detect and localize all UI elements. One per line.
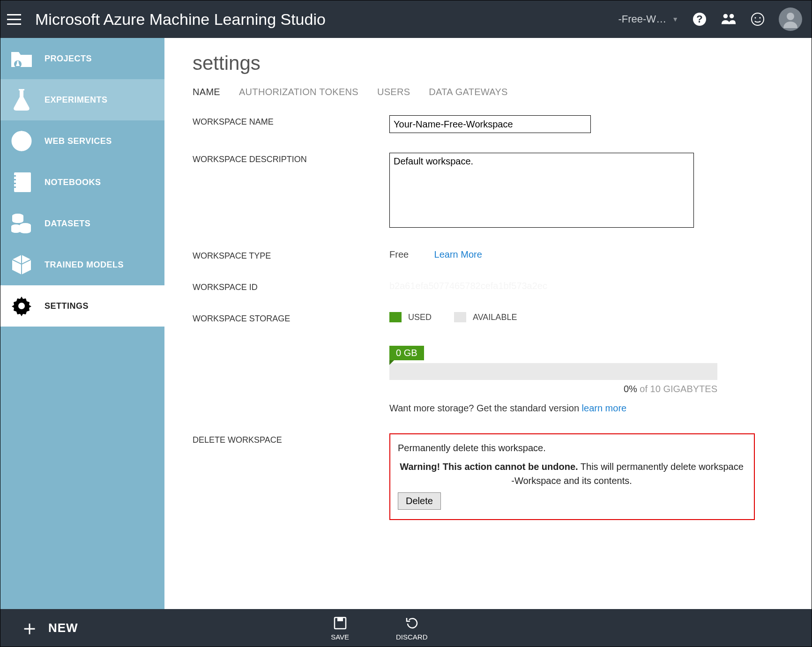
- chevron-down-icon: ▼: [672, 15, 678, 23]
- svg-point-3: [730, 14, 734, 18]
- new-button-label: NEW: [48, 621, 78, 635]
- page-title: settings: [193, 52, 783, 74]
- help-icon[interactable]: ?: [692, 11, 708, 27]
- tab-authorization-tokens[interactable]: AUTHORIZATION TOKENS: [239, 87, 358, 97]
- folder-icon: [10, 47, 33, 70]
- storage-bar: [389, 363, 717, 380]
- sidebar-item-label: SETTINGS: [45, 301, 89, 311]
- legend-used-label: USED: [408, 312, 432, 322]
- workspace-id-value: b2a61efa5077465782cefa1bf573a2ec: [389, 281, 547, 291]
- discard-button[interactable]: DISCARD: [396, 615, 428, 641]
- sidebar-item-experiments[interactable]: EXPERIMENTS: [0, 79, 164, 120]
- workspace-id-label: WORKSPACE ID: [193, 281, 389, 292]
- save-icon: [333, 615, 347, 631]
- svg-point-22: [18, 303, 25, 309]
- sidebar-item-datasets[interactable]: DATASETS: [0, 203, 164, 244]
- sidebar-item-trained-models[interactable]: TRAINED MODELS: [0, 244, 164, 285]
- delete-warning: Warning! This action cannot be undone. T…: [398, 460, 745, 488]
- tabs: NAME AUTHORIZATION TOKENS USERS DATA GAT…: [193, 87, 783, 97]
- svg-rect-15: [11, 175, 16, 177]
- sidebar-item-label: DATASETS: [45, 219, 90, 229]
- feedback-smile-icon[interactable]: [750, 11, 766, 27]
- svg-point-7: [787, 13, 794, 20]
- workspace-dropdown[interactable]: -Free-W… ▼: [618, 13, 678, 25]
- flask-icon: [10, 88, 33, 112]
- new-button[interactable]: ＋ NEW: [19, 617, 78, 638]
- svg-point-2: [723, 14, 728, 18]
- svg-rect-17: [11, 183, 16, 184]
- sidebar-item-label: NOTEBOOKS: [45, 178, 101, 187]
- sidebar-item-notebooks[interactable]: NOTEBOOKS: [0, 162, 164, 203]
- legend-available-label: AVAILABLE: [473, 312, 517, 322]
- svg-rect-16: [11, 179, 16, 180]
- svg-point-4: [752, 13, 764, 25]
- workspace-description-label: WORKSPACE DESCRIPTION: [193, 153, 389, 230]
- storage-used-badge: 0 GB: [389, 346, 424, 360]
- gear-icon: [10, 294, 33, 318]
- legend-used-swatch: [389, 312, 402, 322]
- storage-percent-text: 0% of 10 GIGABYTES: [389, 384, 717, 394]
- notebook-icon: [10, 171, 33, 194]
- sidebar-item-label: PROJECTS: [45, 54, 92, 64]
- svg-rect-18: [11, 186, 16, 188]
- workspace-storage-label: WORKSPACE STORAGE: [193, 312, 389, 414]
- tab-data-gateways[interactable]: DATA GATEWAYS: [429, 87, 507, 97]
- svg-rect-14: [14, 172, 31, 192]
- sidebar-item-label: TRAINED MODELS: [45, 260, 124, 270]
- delete-workspace-label: DELETE WORKSPACE: [193, 433, 389, 520]
- save-button[interactable]: SAVE: [331, 615, 349, 641]
- discard-icon: [405, 615, 419, 631]
- storage-upsell-text: Want more storage? Get the standard vers…: [389, 403, 783, 414]
- tab-users[interactable]: USERS: [377, 87, 410, 97]
- svg-point-6: [760, 17, 761, 19]
- sidebar: PROJECTS EXPERIMENTS WEB SERVICES NOTEBO…: [0, 38, 164, 609]
- workspace-name-input[interactable]: [389, 115, 591, 133]
- workspace-dropdown-label: -Free-W…: [618, 13, 666, 25]
- workspace-name-label: WORKSPACE NAME: [193, 115, 389, 133]
- sidebar-item-label: EXPERIMENTS: [45, 95, 108, 105]
- workspace-type-label: WORKSPACE TYPE: [193, 249, 389, 261]
- topbar: Microsoft Azure Machine Learning Studio …: [0, 0, 812, 38]
- database-icon: [10, 212, 33, 235]
- main-content: settings NAME AUTHORIZATION TOKENS USERS…: [164, 38, 812, 609]
- hamburger-menu-icon[interactable]: [7, 10, 26, 29]
- cube-icon: [10, 253, 33, 276]
- delete-desc: Permanently delete this workspace.: [398, 441, 745, 455]
- svg-rect-24: [337, 617, 343, 621]
- tab-name[interactable]: NAME: [193, 87, 220, 97]
- legend-available-swatch: [454, 312, 466, 322]
- svg-text:?: ?: [696, 13, 702, 25]
- sidebar-item-settings[interactable]: SETTINGS: [0, 285, 164, 327]
- svg-rect-25: [337, 624, 343, 629]
- avatar[interactable]: [779, 7, 802, 31]
- sidebar-item-web-services[interactable]: WEB SERVICES: [0, 120, 164, 162]
- save-button-label: SAVE: [331, 633, 349, 641]
- users-icon[interactable]: [721, 11, 737, 27]
- plus-icon: ＋: [19, 617, 40, 638]
- storage-learn-more-link[interactable]: learn more: [582, 403, 627, 413]
- svg-point-5: [755, 17, 756, 19]
- sidebar-item-projects[interactable]: PROJECTS: [0, 38, 164, 79]
- app-title: Microsoft Azure Machine Learning Studio: [35, 10, 326, 29]
- workspace-description-input[interactable]: [389, 153, 694, 228]
- delete-button[interactable]: Delete: [398, 492, 441, 510]
- globe-icon: [10, 129, 33, 153]
- workspace-type-value: Free: [389, 249, 409, 260]
- sidebar-item-label: WEB SERVICES: [45, 136, 112, 146]
- learn-more-link[interactable]: Learn More: [434, 249, 482, 260]
- delete-workspace-box: Permanently delete this workspace. Warni…: [389, 433, 755, 520]
- bottombar: ＋ NEW SAVE DISCARD: [0, 609, 812, 647]
- discard-button-label: DISCARD: [396, 633, 428, 641]
